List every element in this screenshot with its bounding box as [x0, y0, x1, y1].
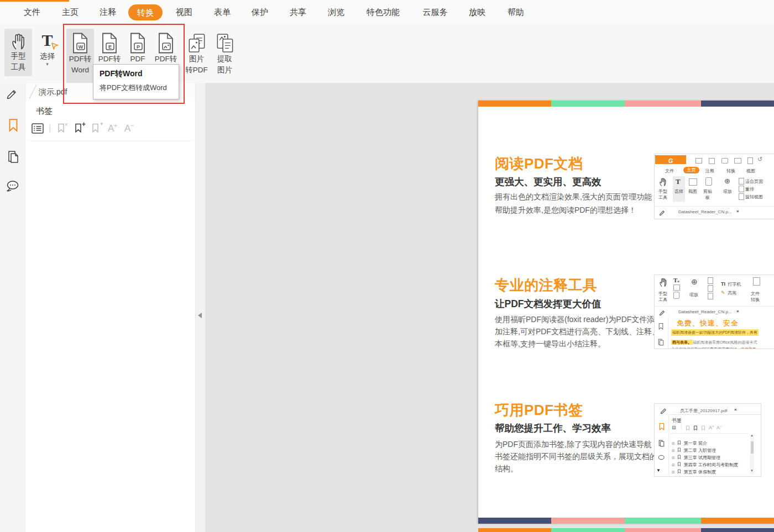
pdf-to-excel-label-1: PDF转 — [98, 54, 121, 65]
stripe-orange — [701, 518, 774, 524]
extract-image-label-1: 提取 — [217, 54, 232, 65]
mini-hand-icon — [659, 177, 667, 187]
folder-icon — [695, 158, 702, 164]
section1-body: 拥有出色的文档渲染效果,强大的页面管理功能， 帮助提升效率,是您阅读PDF的理想… — [495, 190, 660, 217]
print-icon — [721, 158, 728, 164]
menu-form[interactable]: 表单 — [214, 0, 231, 24]
chevron-down-icon: ▾ — [46, 62, 49, 66]
bookmarks-panel-title: 书签 — [36, 106, 53, 117]
menu-help[interactable]: 帮助 — [508, 0, 524, 24]
section2-heading: 专业的注释工具 — [495, 276, 598, 295]
menu-present[interactable]: 放映 — [469, 0, 485, 24]
mini-list-options-icon: ⊟ — [672, 425, 676, 430]
bookmark-more-icon[interactable]: ▾ — [91, 123, 100, 134]
mini-divider — [671, 433, 748, 434]
mini-page-icon-1 — [708, 277, 713, 284]
mini-line3-link: 提供批量 — [740, 347, 756, 349]
section1-line1: 拥有出色的文档渲染效果,强大的页面管理功能， — [495, 190, 660, 203]
delete-bookmark-icon[interactable]: × — [57, 123, 65, 134]
mini-pencil-icon — [659, 209, 666, 215]
extract-image-button[interactable]: 提取 图片 — [212, 29, 238, 85]
foxit-logo: G — [655, 155, 686, 164]
annotate-pencil-icon[interactable] — [6, 87, 18, 99]
mini-file-label2: 转换 — [751, 297, 760, 303]
menu-convert-active[interactable]: 转换 — [128, 4, 163, 20]
mini-hand-label1: 手型 — [658, 188, 667, 194]
hand-tool-label-2: 工具 — [11, 62, 26, 73]
mini-fit-page-icon — [739, 178, 744, 185]
section2-subheading: 让PDF文档发挥更大价值 — [495, 297, 602, 310]
section2-line3: 本框等,支持一键导出小结注释。 — [495, 338, 667, 350]
mini-menu-file: 文件 — [665, 168, 674, 174]
active-document-tab[interactable]: 演示.pdf — [39, 83, 67, 101]
mini-pencil-icon — [659, 309, 666, 315]
svg-text:W: W — [79, 44, 83, 50]
mini-hand-label1: 手型 — [658, 291, 667, 297]
screenshot-annotation-tools: 手型 工具 To ⊕ 缩放 TI 打字机 ✎ 高亮 文件 转换 Datashee… — [654, 275, 774, 349]
mini-bookmark-more-icon — [701, 425, 705, 431]
stripe-pink — [625, 101, 701, 107]
add-bookmark-icon[interactable]: + — [74, 123, 82, 134]
menu-cloud[interactable]: 云服务 — [423, 0, 448, 24]
mini-screenshot-label: 截图 — [688, 188, 697, 194]
mini-pages-icon — [658, 439, 665, 447]
stripe-navy — [478, 518, 551, 524]
menu-share[interactable]: 共享 — [290, 0, 306, 24]
scroll-down-icon: ▼ — [750, 469, 754, 472]
section1-line2: 帮助提升效率,是您阅读PDF的理想选择！ — [495, 203, 660, 217]
menu-browse[interactable]: 浏览 — [328, 0, 344, 24]
mini-expand-down-icon: ▼ — [656, 468, 661, 473]
mini-select-text-icon: To — [673, 277, 679, 283]
section2-body: 使用福昕PDF阅读器(foxit reader)为PDF文件添 加注释,可对PD… — [495, 313, 667, 350]
mini-bookmark-icon — [658, 423, 665, 431]
select-tool-button[interactable]: T 选择 ▾ — [34, 29, 60, 76]
mini-tab-label: Datasheet_Reader_CN.p... — [678, 309, 732, 314]
image-to-pdf-button[interactable]: 图片 转PDF — [183, 29, 210, 85]
mini-tab-close-icon: × — [734, 407, 737, 412]
bookmark-list-options-icon[interactable] — [32, 123, 44, 134]
pages-panel-icon[interactable] — [7, 149, 20, 165]
mini-page-icon-3 — [708, 293, 713, 299]
section3-line3: 结构。 — [495, 462, 660, 475]
highlight-label: 高亮 — [728, 291, 736, 296]
mini-highlight-row: ✎ 高亮 — [721, 287, 736, 297]
stripe-navy — [701, 101, 774, 107]
pdf-to-word-button[interactable]: W PDF转 Word — [66, 29, 94, 85]
menu-bar: 文件 主页 注释 转换 视图 表单 保护 共享 浏览 特色功能 云服务 放映 帮… — [0, 0, 774, 25]
section1-heading: 阅读PDF文档 — [495, 154, 583, 173]
menu-protect[interactable]: 保护 — [252, 0, 268, 24]
svg-text:E: E — [108, 44, 112, 50]
mini-reflow-label: 重排 — [745, 186, 754, 192]
menu-file[interactable]: 文件 — [24, 0, 40, 24]
mini-divider — [655, 306, 774, 307]
mini-font-decrease-icon: A− — [717, 424, 722, 430]
image-to-pdf-icon — [187, 33, 206, 54]
page-bottom-stripe — [478, 518, 774, 524]
menu-view[interactable]: 视图 — [176, 0, 192, 24]
scroll-thumb — [751, 441, 754, 454]
mini-tab-label: 员工手册_20120917.pdf — [680, 408, 727, 414]
mail-icon — [734, 158, 741, 164]
mini-fit-page-label: 适合页面 — [745, 178, 763, 185]
menu-features[interactable]: 特色功能 — [367, 0, 400, 24]
screenshot-reader-home: G ↺ 文件 主页 注释 转换 视图 手型 工具 T 选择 截图 剪贴 板 ⊕ … — [654, 154, 774, 219]
bookmark-label: 第五章 休假制度 — [684, 470, 716, 475]
select-tool-label: 选择 — [40, 51, 55, 62]
extract-image-icon — [216, 33, 234, 54]
menu-home[interactable]: 主页 — [62, 0, 79, 24]
hand-tool-button[interactable]: 手型 工具 — [4, 29, 32, 76]
font-increase-icon[interactable]: A+ — [108, 123, 117, 134]
typewriter-label: 打字机 — [728, 282, 741, 287]
bookmarks-panel-icon[interactable] — [7, 118, 19, 133]
undo-icon: ↺ — [757, 156, 762, 163]
collapse-panel-arrow-icon[interactable] — [198, 313, 202, 318]
font-decrease-icon[interactable]: A− — [124, 123, 134, 134]
mini-clipboard-icon — [673, 292, 679, 299]
comments-panel-icon[interactable] — [6, 180, 20, 193]
menu-comment[interactable]: 注释 — [100, 0, 116, 24]
pdf-to-word-label-1: PDF转 — [69, 54, 92, 65]
mini-scrollbar: ▲ ▼ — [750, 435, 754, 475]
next-page-top-stripe — [478, 528, 774, 532]
section3-body: 为PDF页面添加书签,除了实现内容的快速导航， 书签还能指明不同书签的层级关系，… — [495, 438, 660, 475]
mini-tab-label: Datasheet_Reader_CN.p... — [678, 209, 732, 214]
